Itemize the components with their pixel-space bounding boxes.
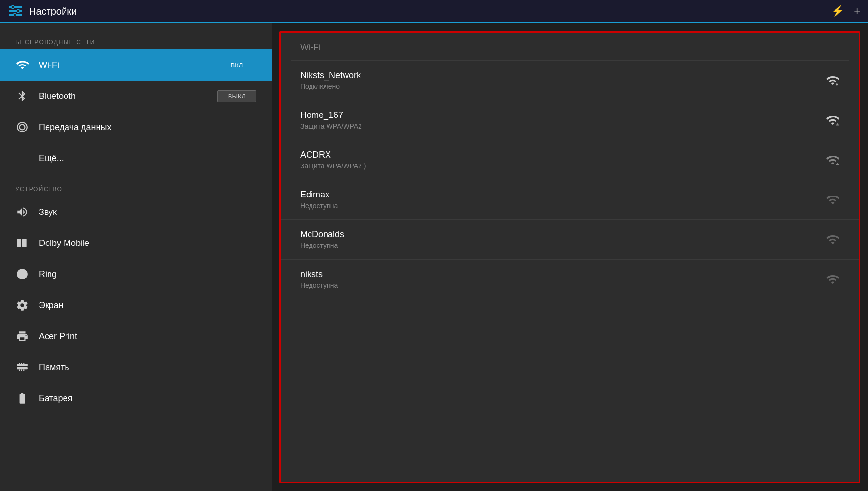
- data-icon: [16, 120, 29, 134]
- sidebar-item-acer[interactable]: Acer Print: [0, 321, 272, 352]
- memory-icon: [16, 360, 29, 374]
- settings-icon: [8, 3, 23, 19]
- sidebar-item-acer-label: Acer Print: [39, 331, 256, 342]
- sidebar: БЕСПРОВОДНЫЕ СЕТИ Wi-Fi ВКЛ Bluetooth: [0, 23, 272, 491]
- section-label-wireless: БЕСПРОВОДНЫЕ СЕТИ: [0, 31, 272, 49]
- sidebar-item-wifi[interactable]: Wi-Fi ВКЛ: [0, 49, 272, 81]
- network-status: Защита WPA/WPA2: [300, 122, 816, 130]
- network-status: Недоступна: [300, 202, 816, 210]
- network-signal-icon: [826, 153, 839, 167]
- svg-rect-14: [23, 363, 24, 364]
- bluetooth-icon: [16, 89, 29, 103]
- svg-rect-15: [19, 369, 20, 371]
- svg-rect-17: [23, 369, 24, 371]
- network-name: McDonalds: [300, 229, 816, 240]
- more-icon: [16, 151, 29, 165]
- main-layout: БЕСПРОВОДНЫЕ СЕТИ Wi-Fi ВКЛ Bluetooth: [0, 23, 868, 491]
- sidebar-item-screen-label: Экран: [39, 300, 256, 311]
- network-info-edimax: Edimax Недоступна: [300, 190, 816, 210]
- svg-marker-20: [836, 163, 839, 165]
- topbar-right: ⚡ +: [831, 5, 860, 17]
- network-item-niksts-network[interactable]: Niksts_Network Подключено: [281, 61, 859, 100]
- svg-marker-19: [836, 123, 839, 125]
- network-item-edimax[interactable]: Edimax Недоступна: [281, 180, 859, 220]
- sidebar-item-battery[interactable]: Батарея: [0, 383, 272, 414]
- network-item-niksts[interactable]: niksts Недоступна: [281, 260, 859, 299]
- svg-rect-13: [21, 363, 22, 364]
- network-status: Подключено: [300, 82, 816, 90]
- svg-rect-0: [9, 6, 22, 8]
- topbar-left: Настройки: [8, 3, 77, 19]
- svg-rect-6: [17, 239, 21, 247]
- svg-rect-12: [19, 363, 20, 364]
- network-signal-icon: [826, 233, 839, 246]
- network-signal-icon: [826, 193, 839, 207]
- wifi-toggle-button[interactable]: ВКЛ: [217, 59, 256, 71]
- network-status: Недоступна: [300, 242, 816, 249]
- sidebar-item-memory-label: Память: [39, 362, 256, 373]
- battery-icon: [16, 392, 29, 405]
- network-signal-icon: [826, 74, 839, 87]
- svg-rect-1: [9, 10, 22, 12]
- bluetooth-toggle-button[interactable]: ВЫКЛ: [217, 90, 256, 102]
- svg-point-9: [20, 272, 25, 277]
- sidebar-item-bluetooth-label: Bluetooth: [39, 91, 208, 101]
- network-signal-icon: [826, 273, 839, 286]
- network-name: niksts: [300, 269, 816, 279]
- network-item-acdrx[interactable]: ACDRX Защита WPA/WPA2 ): [281, 140, 859, 180]
- sidebar-item-bluetooth[interactable]: Bluetooth ВЫКЛ: [0, 81, 272, 112]
- network-status: Защита WPA/WPA2 ): [300, 162, 816, 170]
- sidebar-item-screen[interactable]: Экран: [0, 290, 272, 321]
- network-info-niksts: niksts Недоступна: [300, 269, 816, 289]
- network-name: Home_167: [300, 110, 816, 120]
- wifi-icon: [16, 58, 29, 72]
- sidebar-item-sound-label: Звук: [39, 207, 256, 217]
- network-info-mcdonalds: McDonalds Недоступна: [300, 229, 816, 249]
- svg-rect-16: [21, 369, 22, 371]
- dolby-icon: [16, 236, 29, 250]
- ring-icon: [16, 267, 29, 281]
- refresh-button[interactable]: ⚡: [831, 5, 844, 17]
- section-divider: [16, 176, 256, 176]
- svg-rect-11: [17, 367, 28, 369]
- svg-point-4: [17, 10, 20, 13]
- network-name: Niksts_Network: [300, 70, 816, 81]
- sidebar-item-more-label: Ещё...: [39, 153, 256, 164]
- sidebar-item-memory[interactable]: Память: [0, 352, 272, 383]
- sidebar-item-battery-label: Батарея: [39, 393, 256, 404]
- network-signal-icon: [826, 114, 839, 127]
- sidebar-item-more[interactable]: Ещё...: [0, 143, 272, 174]
- network-item-home167[interactable]: Home_167 Защита WPA/WPA2: [281, 100, 859, 140]
- sidebar-item-wifi-label: Wi-Fi: [39, 60, 208, 70]
- screen-icon: [16, 298, 29, 312]
- section-label-device: УСТРОЙСТВО: [0, 178, 272, 196]
- add-button[interactable]: +: [854, 5, 860, 17]
- sidebar-item-ring-label: Ring: [39, 269, 256, 279]
- network-name: Edimax: [300, 190, 816, 200]
- sound-icon: [16, 205, 29, 219]
- content-panel: Wi-Fi Niksts_Network Подключено Home_167…: [279, 31, 860, 483]
- sidebar-item-sound[interactable]: Звук: [0, 196, 272, 228]
- svg-point-3: [11, 6, 14, 9]
- network-item-mcdonalds[interactable]: McDonalds Недоступна: [281, 220, 859, 260]
- sidebar-item-dolby[interactable]: Dolby Mobile: [0, 228, 272, 259]
- page-title: Настройки: [29, 6, 77, 17]
- svg-rect-7: [22, 239, 27, 247]
- sidebar-item-dolby-label: Dolby Mobile: [39, 238, 256, 248]
- sidebar-item-ring[interactable]: Ring: [0, 259, 272, 290]
- network-status: Недоступна: [300, 281, 816, 289]
- content-title: Wi-Fi: [281, 33, 859, 60]
- sidebar-item-data[interactable]: Передача данных: [0, 112, 272, 143]
- printer-icon: [16, 329, 29, 343]
- topbar: Настройки ⚡ +: [0, 0, 868, 23]
- network-info-acdrx: ACDRX Защита WPA/WPA2 ): [300, 150, 816, 170]
- network-info-niksts-network: Niksts_Network Подключено: [300, 70, 816, 90]
- bluetooth-toggle[interactable]: ВЫКЛ: [217, 90, 256, 102]
- svg-point-5: [13, 14, 16, 16]
- network-info-home167: Home_167 Защита WPA/WPA2: [300, 110, 816, 130]
- wifi-toggle[interactable]: ВКЛ: [217, 59, 256, 71]
- network-name: ACDRX: [300, 150, 816, 160]
- sidebar-item-data-label: Передача данных: [39, 122, 256, 132]
